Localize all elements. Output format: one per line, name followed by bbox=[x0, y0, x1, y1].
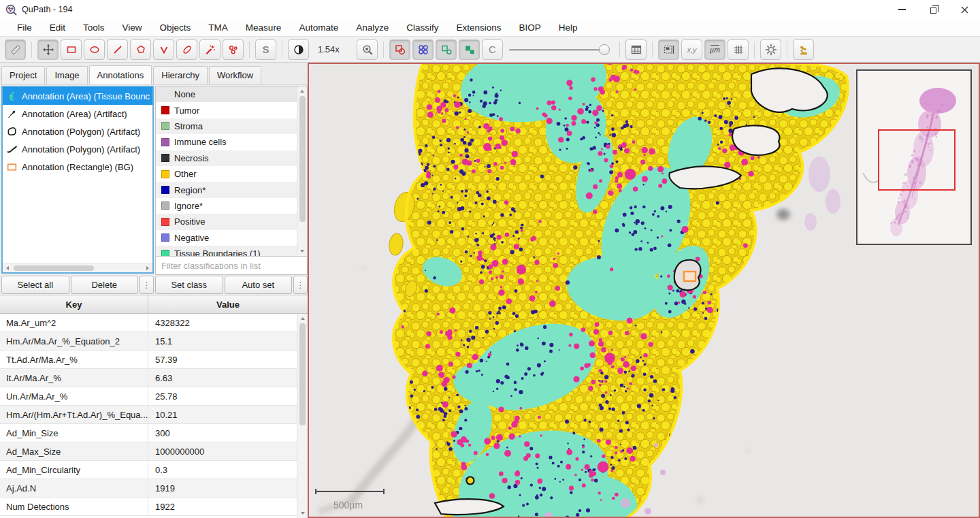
close-button[interactable] bbox=[949, 0, 980, 19]
measurement-table-button[interactable] bbox=[625, 39, 647, 60]
table-row[interactable]: Ad_Min_Size 300 bbox=[0, 424, 297, 442]
menu-item[interactable]: Help bbox=[550, 19, 587, 37]
zoom-to-fit-button[interactable] bbox=[357, 39, 378, 60]
scalebar-toggle[interactable]: µm bbox=[704, 39, 725, 60]
classification-list-item[interactable]: Region* bbox=[156, 182, 297, 197]
annotation-list-item[interactable]: Annotation (Area) (Tissue Bounc bbox=[3, 87, 152, 105]
annotation-list-hscrollbar[interactable] bbox=[3, 263, 152, 272]
selection-mode-toggle[interactable]: S bbox=[255, 39, 276, 60]
classification-list-item[interactable]: Positive bbox=[156, 214, 297, 229]
scroll-up-arrow[interactable] bbox=[297, 86, 308, 96]
vscroll-thumb[interactable] bbox=[299, 323, 306, 425]
table-row[interactable]: Tt.Ad.Ar/Ma.Ar_% 57.39 bbox=[0, 351, 297, 369]
classification-more-button[interactable]: ⋮ bbox=[293, 276, 308, 294]
annotation-list-item[interactable]: Annotation (Polygon) (Artifact) bbox=[3, 140, 152, 158]
table-row[interactable]: Num Detections 1922 bbox=[0, 498, 297, 516]
table-row[interactable]: Hm.Ar/Ma.Ar_%_Equation_2 15.1 bbox=[0, 332, 297, 351]
fill-detections-toggle[interactable] bbox=[459, 39, 480, 60]
ellipse-tool-button[interactable] bbox=[84, 39, 105, 60]
auto-set-button[interactable]: Auto set bbox=[225, 276, 293, 294]
classification-list[interactable]: None Tumor Stroma Immune cells bbox=[155, 86, 308, 257]
classification-list-item[interactable]: Tissue Boundaries (1) bbox=[156, 246, 297, 256]
location-toggle[interactable]: x,y bbox=[681, 39, 702, 60]
annotation-more-button[interactable]: ⋮ bbox=[140, 276, 154, 294]
tab[interactable]: Image bbox=[46, 66, 87, 84]
classification-filter-input[interactable] bbox=[155, 257, 308, 275]
minimize-button[interactable] bbox=[886, 0, 917, 19]
brightness-contrast-button[interactable] bbox=[288, 39, 309, 60]
preferences-button[interactable] bbox=[760, 39, 781, 60]
points-tool-button[interactable] bbox=[223, 39, 244, 60]
zoom-level[interactable]: 1.54x bbox=[318, 44, 345, 54]
show-connections-toggle[interactable]: C bbox=[482, 39, 503, 60]
analysis-button[interactable] bbox=[793, 39, 814, 60]
classification-list-item[interactable]: Negative bbox=[156, 230, 297, 246]
tab[interactable]: Project bbox=[1, 66, 45, 84]
menu-item[interactable]: TMA bbox=[199, 19, 237, 37]
column-header-key[interactable]: Key bbox=[0, 295, 148, 313]
grid-toggle[interactable] bbox=[728, 39, 749, 60]
table-row[interactable]: Ad_Max_Size 1000000000 bbox=[0, 442, 297, 461]
rectangle-tool-button[interactable] bbox=[61, 39, 82, 60]
opacity-slider-handle[interactable] bbox=[599, 44, 610, 55]
classification-list-item[interactable]: Tumor bbox=[156, 102, 297, 118]
tab[interactable]: Annotations bbox=[89, 65, 152, 84]
polygon-tool-button[interactable] bbox=[130, 39, 151, 60]
classification-list-item[interactable]: None bbox=[156, 86, 297, 102]
wand-tool-button[interactable] bbox=[199, 39, 220, 60]
line-tool-button[interactable] bbox=[107, 39, 128, 60]
classification-list-item[interactable]: Stroma bbox=[156, 118, 297, 134]
menu-item[interactable]: Objects bbox=[151, 19, 200, 37]
menu-item[interactable]: View bbox=[114, 19, 151, 37]
overview-toggle[interactable] bbox=[658, 39, 679, 60]
classification-list-vscrollbar[interactable] bbox=[297, 86, 307, 256]
brush-tool-button[interactable] bbox=[176, 39, 197, 60]
menu-item[interactable]: Extensions bbox=[447, 19, 510, 37]
opacity-slider-track[interactable] bbox=[509, 49, 604, 51]
scroll-up-arrow[interactable] bbox=[297, 314, 308, 323]
delete-button[interactable]: Delete bbox=[71, 276, 139, 294]
select-all-button[interactable]: Select all bbox=[1, 276, 69, 294]
restore-button[interactable] bbox=[917, 0, 949, 19]
classification-list-item[interactable]: Other bbox=[156, 166, 297, 182]
menu-item[interactable]: Tools bbox=[74, 19, 114, 37]
menu-item[interactable]: Edit bbox=[41, 19, 74, 37]
menu-item[interactable]: Analyze bbox=[347, 19, 397, 37]
hscroll-thumb[interactable] bbox=[14, 265, 94, 271]
annotation-list-item[interactable]: Annotation (Area) (Artifact) bbox=[3, 105, 152, 123]
opacity-slider[interactable] bbox=[509, 39, 610, 60]
menu-item[interactable]: Measure bbox=[237, 19, 291, 37]
classification-list-item[interactable]: Immune cells bbox=[156, 134, 297, 150]
move-tool-button[interactable] bbox=[37, 39, 59, 60]
table-row[interactable]: Ma.Ar_um^2 4328322 bbox=[0, 314, 297, 332]
annotation-list-item[interactable]: Annotation (Polygon) (Artifact) bbox=[3, 123, 152, 140]
vscroll-thumb[interactable] bbox=[299, 96, 306, 222]
ruler-tool-button[interactable] bbox=[5, 39, 26, 60]
set-class-button[interactable]: Set class bbox=[155, 276, 223, 294]
scroll-left-arrow[interactable] bbox=[3, 263, 12, 273]
scroll-down-arrow[interactable] bbox=[297, 508, 308, 518]
table-row[interactable]: Aj.Ad.N 1919 bbox=[0, 479, 297, 498]
slide-viewer[interactable]: 500µm bbox=[308, 63, 980, 518]
classification-list-item[interactable]: Ignore* bbox=[156, 198, 297, 214]
overview-thumbnail[interactable] bbox=[856, 69, 972, 245]
classification-list-item[interactable]: Necrosis bbox=[156, 150, 297, 166]
show-detections-toggle[interactable] bbox=[436, 39, 457, 60]
menu-item[interactable]: File bbox=[8, 19, 41, 37]
table-row[interactable]: Un.Ar/Ma.Ar_% 25.78 bbox=[0, 387, 297, 406]
menu-item[interactable]: BIOP bbox=[510, 19, 550, 37]
annotation-list[interactable]: Annotation (Area) (Tissue Bounc Annotati… bbox=[1, 86, 154, 274]
tma-grid-toggle[interactable] bbox=[412, 39, 434, 60]
tab[interactable]: Workflow bbox=[209, 66, 261, 84]
menu-item[interactable]: Classify bbox=[397, 19, 447, 37]
scroll-right-arrow[interactable] bbox=[143, 263, 152, 273]
annotation-list-item[interactable]: Annotation (Rectangle) (BG) bbox=[3, 158, 152, 176]
scroll-down-arrow[interactable] bbox=[297, 246, 308, 256]
tab[interactable]: Hierarchy bbox=[153, 66, 208, 84]
table-row[interactable]: Ad_Min_Circularity 0.3 bbox=[0, 461, 297, 479]
column-header-value[interactable]: Value bbox=[148, 295, 308, 313]
table-row[interactable]: Hm.Ar/(Hm.Ar+Tt.Ad.Ar)_%_Equa... 10.21 bbox=[0, 406, 297, 424]
polyline-tool-button[interactable] bbox=[153, 39, 174, 60]
table-row[interactable]: It.Ar/Ma.Ar_% 6.63 bbox=[0, 369, 297, 387]
overview-view-rect[interactable] bbox=[878, 129, 956, 191]
